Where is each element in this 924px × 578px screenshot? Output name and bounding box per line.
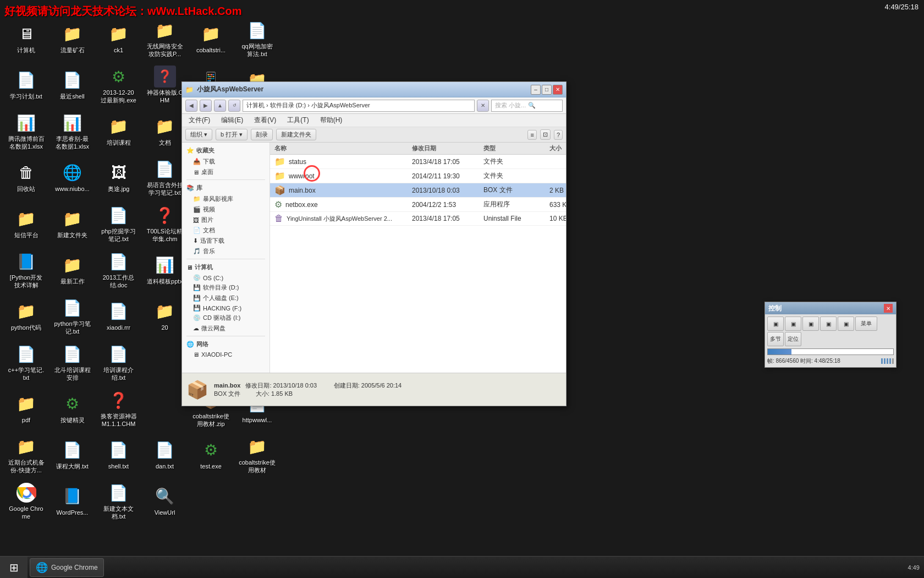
desktop-icon-shelltxt[interactable]: 📄 shell.txt [98,433,139,477]
sidebar-item-image[interactable]: 🖼 图片 [182,215,270,225]
ctrl-btn-3[interactable]: ▣ [802,317,819,331]
file-item-status[interactable]: 📁 status 2013/4/18 17:05 文件夹 [270,155,566,169]
desktop-icon-viewurl[interactable]: 🔍 ViewUrl [144,479,185,523]
desktop-icon-phpjuejing[interactable]: 📄 php挖掘学习笔记.txt [98,201,139,246]
desktop-icon-work2013[interactable]: 📄 2013工作总结.doc [98,248,139,292]
desktop-icon-duanxinpt[interactable]: 📁 短信平台 [6,201,47,246]
desktop-icon-zuixin[interactable]: 📁 最新工作 [52,248,93,292]
file-item-uninstall[interactable]: 🗑 YingUninstall 小旋风AspWebServer 2... 201… [270,212,566,226]
sidebar-item-doc[interactable]: 📄 文档 [182,225,270,236]
desktop-icon-dantxt[interactable]: 📄 dan.txt [144,433,185,477]
progress-bar[interactable] [767,348,894,355]
forward-button[interactable]: ▶ [200,100,212,112]
sidebar-item-video[interactable]: 🎬 视频 [182,204,270,215]
desktop-icon-niubo[interactable]: 🌐 www.niubo... [52,155,93,199]
burn-button[interactable]: 刻录 [251,129,273,140]
desktop-icon-xinggou[interactable]: ⚙ 2013-12-20过最新狗.exe [98,63,139,107]
sidebar-item-hacking[interactable]: 💾 HACKING (F:) [182,303,270,313]
desktop-icon-liuliang[interactable]: 📁 流量矿石 [52,17,93,61]
ctrl-btn-5[interactable]: ▣ [838,317,854,331]
maximize-button[interactable]: □ [542,85,552,95]
col-date[interactable]: 修改日期 [412,144,483,152]
file-item-netbox[interactable]: ⚙ netbox.exe 2004/12/2 1:53 应用程序 633 KB [270,198,566,212]
menu-view[interactable]: 查看(V) [252,115,278,126]
refresh-button[interactable]: ↺ [228,100,240,112]
desktop-icon-jianpanling[interactable]: ⚙ 按键精灵 [52,386,93,430]
desktop-icon-num20[interactable]: 📁 20 [144,294,185,338]
desktop-icon-aolujpg[interactable]: 🖼 奥途.jpg [98,155,139,199]
desktop-icon-lisijun[interactable]: 📊 李思睿别-最名数据1.xlsx [52,109,93,153]
ctrl-btn-2[interactable]: ▣ [785,317,801,331]
control-close-button[interactable]: ✕ [884,304,893,313]
sidebar-item-os[interactable]: 💿 OS (C:) [182,273,270,282]
address-close-button[interactable]: ✕ [477,100,489,112]
ctrl-btn-menu[interactable]: 菜单 [855,317,877,331]
ctrl-btn-1[interactable]: ▣ [767,317,784,331]
desktop-icon-newtxt[interactable]: 📄 新建文本文档.txt [98,479,139,523]
up-button[interactable]: ▲ [214,100,226,112]
file-item-wwwroot[interactable]: 📁 wwwroot 2014/2/11 19:30 文件夹 [270,169,566,183]
desktop-icon-recycle[interactable]: 🗑 回收站 [6,155,47,199]
desktop-icon-huan[interactable]: ❓ 换客资源神器 M1.1.1.CHM [98,386,139,430]
sidebar-item-xunlei[interactable]: ⬇ 迅雷下载 [182,236,270,246]
desktop-icon-testexe[interactable]: ⚙ test.exe [190,433,232,477]
desktop-icon-computer[interactable]: 🖥 计算机 [6,17,47,61]
desktop-icon-beidu[interactable]: 📄 北斗培训课程安排 [52,340,93,384]
desktop-icon-cobaltstrikejiaocai[interactable]: 📁 cobaltstrike使用教材 [237,433,278,477]
desktop-icon-pythondaima[interactable]: 📁 python代码 [6,294,47,338]
sidebar-item-baofen[interactable]: 📁 暴风影视库 [182,194,270,204]
sidebar-item-weiyun[interactable]: ☁ 微云网盘 [182,323,270,334]
address-path[interactable]: 计算机 › 软件目录 (D:) › 小旋风AspWebServer [243,100,475,112]
desktop-icon-newfile[interactable]: 📁 新建文件夹 [52,201,93,246]
view-toggle-button[interactable]: ≡ [527,130,536,140]
new-folder-button[interactable]: 新建文件夹 [276,129,316,140]
desktop-icon-txmm[interactable]: 📊 腾讯微博前百名数据1.xlsx [6,109,47,153]
sidebar-item-xiaodi-pc[interactable]: 🖥 XIAODI-PC [182,350,270,359]
desktop-icon-cppstudy[interactable]: 📄 c++学习笔记.txt [6,340,47,384]
sidebar-item-download[interactable]: 📥 下载 [182,156,270,167]
taskbar-item-chrome[interactable]: 🌐 Google Chrome [30,558,104,577]
menu-file[interactable]: 文件(F) [186,115,212,126]
desktop-icon-wenzhang[interactable]: 📁 文档 [144,109,185,153]
sidebar-item-personal[interactable]: 💾 个人磁盘 (E:) [182,293,270,303]
menu-help[interactable]: 帮助(H) [318,115,345,126]
desktop-icon-wordpress[interactable]: 📘 WordPres... [52,479,93,523]
sidebar-item-software[interactable]: 💾 软件目录 (D:) [182,282,270,293]
search-box[interactable]: 搜索 小旋... 🔍 [491,100,563,112]
back-button[interactable]: ◀ [185,100,197,112]
pane-toggle-button[interactable]: ⊡ [540,129,551,140]
desktop-icon-shenqi[interactable]: ❓ 神器体验版.CHM [144,63,185,107]
desktop-icon-kecheng[interactable]: 📄 课程大纲.txt [52,433,93,477]
minimize-button[interactable]: – [531,85,541,95]
desktop-icon-shell[interactable]: 📄 最近shell [52,63,93,107]
desktop-icon-cobaltstri[interactable]: 📁 cobaltstri... [190,17,232,61]
desktop-icon-study[interactable]: 📄 学习计划.txt [6,63,47,107]
desktop-icon-yiyu[interactable]: 📄 易语言含外挂学习笔记.txt [144,155,185,199]
close-button[interactable]: ✕ [553,85,563,95]
menu-tools[interactable]: 工具(T) [285,115,311,126]
file-item-mainbox[interactable]: 📦 main.box 2013/10/18 0:03 BOX 文件 2 KB [270,183,566,198]
open-button[interactable]: b 打开 ▾ [216,129,248,140]
menu-edit[interactable]: 编辑(E) [219,115,245,126]
desktop-icon-qq[interactable]: 📄 qq网地加密算法.txt [237,17,278,61]
start-button[interactable]: ⊞ [0,557,28,579]
desktop-icon-tools[interactable]: ❓ T00LS论坛精华集.chm [144,201,185,246]
col-name[interactable]: 名称 [274,144,412,152]
desktop-icon-peixun[interactable]: 📁 培训课程 [98,109,139,153]
desktop-icon-daodi[interactable]: 📊 道科模板pptx [144,248,185,292]
desktop-icon-wireless[interactable]: 📁 无线网络安全攻防实践P... [144,17,185,61]
col-size[interactable]: 大小 [549,144,566,152]
ctrl-btn-4[interactable]: ▣ [820,317,837,331]
sidebar-item-desktop[interactable]: 🖥 桌面 [182,167,270,177]
sidebar-item-music[interactable]: 🎵 音乐 [182,246,270,257]
col-type[interactable]: 类型 [483,144,549,152]
desktop-icon-python[interactable]: 📘 [Python开发技术详解 [6,248,47,292]
ctrl-btn-dingwei[interactable]: 定位 [785,332,801,346]
ctrl-btn-duojie[interactable]: 多节 [767,332,784,346]
desktop-icon-xiaodi[interactable]: 📄 xiaodi.rrr [98,294,139,338]
desktop-icon-ck1[interactable]: 📁 ck1 [98,17,139,61]
desktop-icon-peixunjieshao[interactable]: 📄 培训课程介绍.txt [98,340,139,384]
desktop-icon-pythonstudy[interactable]: 📄 python学习笔记.txt [52,294,93,338]
desktop-icon-googlechrome[interactable]: Google Chrome [6,479,47,523]
organize-button[interactable]: 组织 ▾ [185,129,212,140]
